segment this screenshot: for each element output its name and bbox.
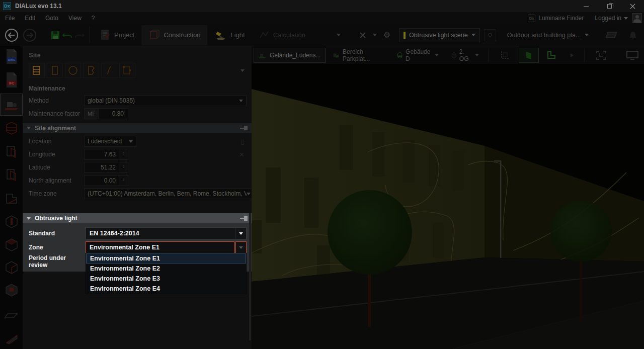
notifications-bell-icon[interactable]: [629, 31, 637, 40]
menu-goto[interactable]: Goto: [40, 12, 63, 24]
zone-option-e3[interactable]: Environmental Zone E3: [86, 274, 246, 284]
luminaire-finder-label: Luminaire Finder: [538, 15, 584, 22]
undo-icon: [62, 32, 72, 39]
north-alignment-input[interactable]: 0.00: [84, 175, 119, 186]
ceiling-tool-button[interactable]: [0, 234, 23, 254]
ifc-import-button[interactable]: IFC: [0, 70, 23, 90]
pin-icon[interactable]: [240, 126, 248, 130]
zone-option-e2[interactable]: Environmental Zone E2: [86, 264, 246, 274]
mode-light-button[interactable]: Light: [207, 25, 252, 45]
zone-select-focused[interactable]: Environmental Zone E1: [86, 241, 247, 253]
cancel-action-button[interactable]: [357, 29, 369, 41]
site-tool-button-active[interactable]: [0, 94, 23, 116]
rectangle-tool-button[interactable]: [47, 63, 63, 78]
site-alignment-section-header[interactable]: Site alignment: [23, 123, 252, 133]
mode-project-label: Project: [114, 31, 134, 39]
latitude-input[interactable]: 51.22: [84, 162, 119, 173]
zone-select-arrow[interactable]: [235, 241, 247, 253]
close-button[interactable]: [621, 0, 644, 12]
scene-edit-button[interactable]: [484, 29, 496, 41]
method-select[interactable]: global (DIN 5035): [84, 95, 247, 106]
roof-tool-button[interactable]: [0, 189, 23, 209]
light-scene-select[interactable]: Obtrusive light scene: [399, 28, 480, 42]
plan-view-button[interactable]: [495, 48, 517, 63]
dwg-import-button[interactable]: DWG: [0, 46, 23, 66]
panel-scrollbar[interactable]: [249, 213, 251, 340]
scene-3d-canvas[interactable]: [252, 64, 644, 349]
user-avatar[interactable]: [632, 13, 642, 23]
latitude-label: Latitude: [29, 164, 84, 171]
maintenance-factor-input[interactable]: 0.80: [99, 108, 128, 119]
tab-gelaende[interactable]: Gelände_Lüdens...: [254, 48, 326, 63]
undo-button[interactable]: [61, 29, 73, 41]
mf-unit-chip: MF: [84, 108, 99, 119]
action-options-dropdown[interactable]: [369, 29, 381, 41]
redo-button[interactable]: [73, 29, 86, 41]
obtrusive-light-section-header[interactable]: Obtrusive light: [23, 213, 252, 223]
longitude-degree-unit: °: [119, 149, 128, 160]
zone-option-e1-selected[interactable]: Environmental Zone E1: [86, 253, 246, 264]
display-output-button[interactable]: [621, 48, 644, 63]
standard-select[interactable]: EN 12464-2:2014: [86, 227, 247, 239]
menu-edit[interactable]: Edit: [20, 12, 40, 24]
zone-select-textbox[interactable]: Environmental Zone E1: [86, 241, 234, 253]
menu-view[interactable]: View: [63, 12, 87, 24]
render-panel-icon[interactable]: [605, 31, 618, 39]
calculation-icon: [259, 31, 269, 40]
line-tool-button[interactable]: [101, 63, 117, 78]
walls-view-button-active[interactable]: [519, 48, 539, 63]
construction-icon: [148, 30, 159, 41]
ramp-tool-button[interactable]: [0, 329, 23, 349]
room-view-button[interactable]: [541, 48, 562, 63]
mode-construction-button[interactable]: Construction: [141, 25, 207, 45]
chevron-down-icon: [239, 246, 243, 249]
arrow-right-icon: [26, 32, 33, 38]
location-select[interactable]: Lüdenscheid: [84, 136, 136, 147]
tab-storey-2og[interactable]: 2. OG: [446, 48, 485, 63]
zone-option-e4[interactable]: Environmental Zone E4: [86, 284, 246, 294]
walls-3d-icon: [524, 50, 534, 60]
mode-project-button[interactable]: Project: [94, 25, 141, 45]
location-page-icon[interactable]: ▯: [241, 138, 245, 145]
column-tool-button[interactable]: [0, 211, 23, 231]
circle-tool-button[interactable]: [65, 63, 81, 78]
tab-bereich[interactable]: Bereich Parkplat...: [328, 48, 389, 63]
edit-points-tool-button[interactable]: [119, 63, 135, 78]
maximize-button[interactable]: [598, 0, 621, 12]
list-tool-button[interactable]: [29, 63, 45, 78]
menu-help[interactable]: ?: [87, 12, 100, 24]
latitude-degree-unit: °: [119, 162, 128, 173]
longitude-input[interactable]: 7.63: [84, 149, 119, 160]
tab-gebaeude-d[interactable]: Gebäude D: [391, 48, 443, 63]
standard-select-arrow[interactable]: [235, 228, 246, 239]
door-tool-button[interactable]: [0, 165, 23, 185]
pin-icon[interactable]: [240, 216, 248, 221]
building-outline-tool-button[interactable]: [0, 142, 23, 162]
more-tools-dropdown[interactable]: [240, 69, 245, 72]
window-tool-button[interactable]: [0, 280, 23, 300]
account-menu[interactable]: Logged in: [595, 15, 628, 22]
chevron-down-icon: [435, 54, 439, 56]
history-dropdown[interactable]: [333, 29, 345, 41]
focus-view-button[interactable]: [591, 48, 612, 63]
wall-tool-button[interactable]: [0, 257, 23, 277]
profile-select[interactable]: Outdoor and building pla...: [503, 28, 593, 42]
luminaire-finder-button[interactable]: Dx Luminaire Finder: [528, 15, 584, 22]
location-clear-icon[interactable]: ✕: [239, 151, 245, 158]
forward-button[interactable]: [23, 29, 36, 42]
expand-view-button[interactable]: [564, 48, 580, 63]
storey-tool-button[interactable]: [0, 118, 23, 138]
minimize-button[interactable]: [575, 0, 598, 12]
back-button[interactable]: [5, 29, 18, 42]
tab-label: 2. OG: [459, 48, 472, 62]
timezone-select[interactable]: (UTC+01:00) Amsterdam, Berlin, Bern, Rom…: [84, 188, 254, 199]
chevron-down-icon: [337, 34, 341, 36]
dwg-file-icon: DWG: [5, 48, 18, 64]
polygon-tool-button[interactable]: [83, 63, 99, 78]
mode-calculation-button[interactable]: Calculation: [252, 25, 312, 45]
settings-button[interactable]: ⚙: [381, 29, 393, 41]
save-button[interactable]: [49, 29, 61, 41]
slab-tool-button[interactable]: [0, 306, 23, 326]
site-alignment-title: Site alignment: [35, 125, 76, 132]
menu-file[interactable]: File: [0, 12, 20, 24]
